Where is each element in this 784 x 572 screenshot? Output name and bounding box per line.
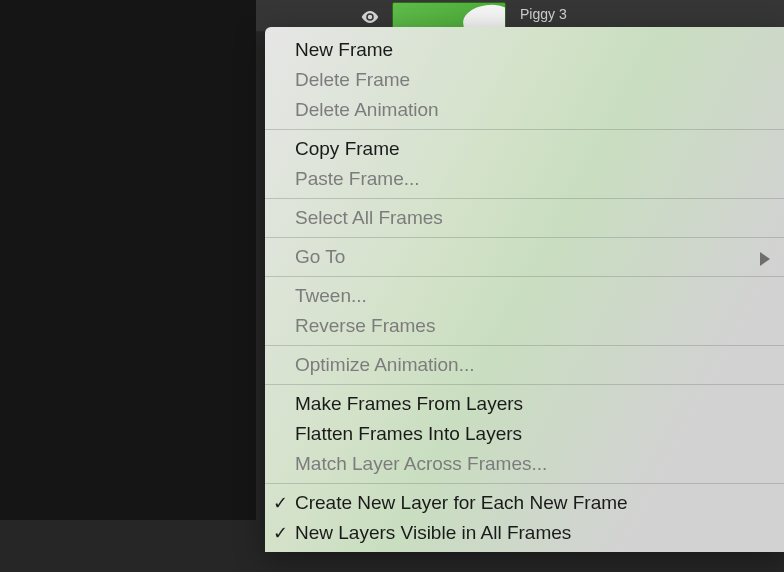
menu-item-create-new-layer-each-frame[interactable]: ✓ Create New Layer for Each New Frame — [265, 488, 784, 518]
menu-item-optimize-animation: Optimize Animation... — [265, 350, 784, 380]
menu-group: Go To — [265, 238, 784, 277]
menu-item-delete-frame: Delete Frame — [265, 65, 784, 95]
menu-item-tween: Tween... — [265, 281, 784, 311]
menu-label: Match Layer Across Frames... — [295, 453, 547, 474]
menu-label: New Layers Visible in All Frames — [295, 522, 571, 543]
menu-label: New Frame — [295, 39, 393, 60]
menu-group: Tween... Reverse Frames — [265, 277, 784, 346]
layer-thumbnail[interactable] — [392, 2, 506, 30]
menu-label: Select All Frames — [295, 207, 443, 228]
canvas-area — [0, 0, 256, 520]
menu-label: Flatten Frames Into Layers — [295, 423, 522, 444]
menu-item-make-frames-from-layers[interactable]: Make Frames From Layers — [265, 389, 784, 419]
menu-label: Paste Frame... — [295, 168, 420, 189]
menu-label: Reverse Frames — [295, 315, 435, 336]
menu-item-reverse-frames: Reverse Frames — [265, 311, 784, 341]
visibility-eye-icon[interactable] — [361, 8, 379, 26]
menu-label: Optimize Animation... — [295, 354, 475, 375]
timeline-flyout-menu: New Frame Delete Frame Delete Animation … — [265, 27, 784, 552]
menu-item-match-layer-across-frames: Match Layer Across Frames... — [265, 449, 784, 479]
menu-label: Delete Frame — [295, 69, 410, 90]
menu-label: Go To — [295, 246, 345, 267]
menu-group: ✓ Create New Layer for Each New Frame ✓ … — [265, 484, 784, 552]
checkmark-icon: ✓ — [273, 520, 288, 546]
menu-group: Copy Frame Paste Frame... — [265, 130, 784, 199]
menu-item-new-layers-visible-all-frames[interactable]: ✓ New Layers Visible in All Frames — [265, 518, 784, 548]
app-viewport: Piggy 3 New Frame Delete Frame Delete An… — [0, 0, 784, 572]
menu-label: Delete Animation — [295, 99, 439, 120]
menu-item-delete-animation: Delete Animation — [265, 95, 784, 125]
menu-label: Make Frames From Layers — [295, 393, 523, 414]
menu-group: Select All Frames — [265, 199, 784, 238]
menu-label: Copy Frame — [295, 138, 400, 159]
menu-item-flatten-frames-into-layers[interactable]: Flatten Frames Into Layers — [265, 419, 784, 449]
menu-label: Create New Layer for Each New Frame — [295, 492, 628, 513]
menu-item-select-all-frames: Select All Frames — [265, 203, 784, 233]
menu-item-paste-frame: Paste Frame... — [265, 164, 784, 194]
submenu-arrow-icon — [759, 247, 771, 273]
menu-group: Make Frames From Layers Flatten Frames I… — [265, 385, 784, 484]
checkmark-icon: ✓ — [273, 490, 288, 516]
menu-item-go-to: Go To — [265, 242, 784, 272]
menu-item-new-frame[interactable]: New Frame — [265, 35, 784, 65]
menu-group: Optimize Animation... — [265, 346, 784, 385]
layer-name-label[interactable]: Piggy 3 — [520, 6, 567, 22]
menu-group: New Frame Delete Frame Delete Animation — [265, 31, 784, 130]
menu-item-copy-frame[interactable]: Copy Frame — [265, 134, 784, 164]
menu-label: Tween... — [295, 285, 367, 306]
